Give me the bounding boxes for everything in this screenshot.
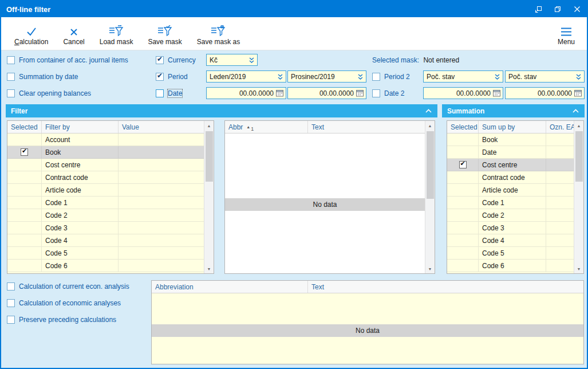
calculation-button[interactable]: Calculation	[7, 17, 56, 50]
calendar-icon[interactable]	[356, 89, 364, 97]
scroll-up-icon[interactable]	[204, 121, 214, 130]
filter-row-account[interactable]: Account	[7, 134, 204, 146]
date2-to-input[interactable]: 00.00.0000	[505, 87, 585, 99]
scrollbar-thumb[interactable]	[427, 131, 434, 199]
column-header-sum-up-by[interactable]: Sum up by	[479, 121, 546, 133]
summation-row-code-6[interactable]: Code 6	[447, 260, 574, 272]
close-button[interactable]	[567, 1, 587, 17]
abbr-scrollbar[interactable]	[425, 121, 435, 273]
summation-row-cost-centre[interactable]: Cost centre	[447, 159, 574, 171]
cancel-button[interactable]: Cancel	[56, 17, 92, 50]
row-selected-cell[interactable]	[447, 171, 479, 184]
checkbox-date-2[interactable]: Date 2	[372, 89, 404, 98]
row-selected-cell[interactable]	[447, 146, 479, 159]
checkbox-box[interactable]	[156, 89, 164, 97]
filter-row-article-code[interactable]: Article code	[7, 184, 204, 197]
row-selected-cell[interactable]	[447, 159, 479, 171]
checkbox-preserve-preceding-calculations[interactable]: Preserve preceding calculations	[7, 315, 116, 324]
checkbox-period[interactable]: Period	[156, 72, 188, 81]
checkbox-box[interactable]	[156, 56, 164, 64]
checkbox-box[interactable]	[7, 73, 15, 81]
row-selected-cell[interactable]	[7, 146, 42, 159]
filter-section-header[interactable]: Filter	[6, 104, 437, 117]
checkbox-box[interactable]	[7, 282, 15, 291]
column-header-selected[interactable]: Selected	[447, 121, 479, 133]
checkbox-box[interactable]	[7, 89, 15, 97]
checkbox-period-2[interactable]: Period 2	[372, 72, 410, 81]
checkbox-summation-by-date[interactable]: Summation by date	[7, 72, 78, 81]
row-selected-cell[interactable]	[7, 247, 42, 260]
currency-select[interactable]: Kč	[206, 54, 258, 66]
scroll-down-icon[interactable]	[425, 264, 435, 273]
load-mask-button[interactable]: Load mask	[92, 17, 141, 50]
checkbox-box[interactable]	[372, 73, 380, 81]
column-header-text[interactable]: Text	[308, 121, 425, 133]
checkbox-clear-opening-balances[interactable]: Clear opening balances	[7, 89, 91, 98]
dropdown-chevron-icon[interactable]	[357, 73, 364, 80]
filter-scrollbar[interactable]	[204, 121, 214, 273]
row-selected-cell[interactable]	[7, 234, 42, 247]
row-selected-cell[interactable]	[7, 222, 42, 234]
column-header-abbr[interactable]: Abbr1	[225, 121, 308, 133]
row-selected-cell[interactable]	[447, 222, 479, 234]
calendar-icon[interactable]	[276, 89, 283, 97]
summation-row-contract-code[interactable]: Contract code	[447, 171, 574, 184]
checkbox-calc-current-econ-analysis[interactable]: Calculation of current econ. analysis	[7, 282, 129, 291]
checkbox-box[interactable]	[7, 56, 15, 64]
row-selected-cell[interactable]	[7, 134, 42, 146]
row-selected-cell[interactable]	[7, 197, 42, 209]
row-selected-cell[interactable]	[7, 171, 42, 184]
summation-row-code-4[interactable]: Code 4	[447, 234, 574, 247]
scrollbar-track[interactable]	[204, 130, 214, 264]
save-mask-button[interactable]: Save mask	[140, 17, 189, 50]
date-from-input[interactable]: 00.00.0000	[206, 87, 286, 99]
period-from-select[interactable]: Leden/2019	[206, 70, 286, 83]
row-selected-cell[interactable]	[447, 209, 479, 222]
save-mask-as-button[interactable]: Save mask as	[190, 17, 247, 50]
row-selected-cell[interactable]	[447, 234, 479, 247]
summation-section-header[interactable]: Summation	[442, 104, 585, 117]
date2-from-input[interactable]: 00.00.0000	[423, 87, 503, 99]
summation-row-code-5[interactable]: Code 5	[447, 247, 574, 260]
summation-scrollbar[interactable]	[574, 121, 583, 273]
filter-row-code-4[interactable]: Code 4	[7, 234, 204, 247]
column-header-selected[interactable]: Selected	[7, 121, 42, 133]
scroll-down-icon[interactable]	[204, 264, 214, 273]
row-selected-cell[interactable]	[447, 134, 479, 146]
filter-row-code-2[interactable]: Code 2	[7, 209, 204, 222]
checkbox-currency[interactable]: Currency	[156, 56, 196, 65]
scrollbar-thumb[interactable]	[575, 131, 583, 182]
checkbox-date[interactable]: Date	[156, 89, 182, 98]
period2-to-select[interactable]: Poč. stav	[505, 70, 585, 83]
summation-row-code-1[interactable]: Code 1	[447, 197, 574, 209]
row-selected-cell[interactable]	[7, 184, 42, 197]
scrollbar-track[interactable]	[574, 130, 583, 264]
filter-row-code-6[interactable]: Code 6	[7, 260, 204, 272]
scroll-down-icon[interactable]	[574, 264, 583, 273]
summation-row-date[interactable]: Date	[447, 146, 574, 159]
checkbox-box[interactable]	[7, 316, 15, 324]
summation-row-code-3[interactable]: Code 3	[447, 222, 574, 234]
filter-row-contract-code[interactable]: Contract code	[7, 171, 204, 184]
scrollbar-track[interactable]	[425, 130, 435, 264]
dropdown-chevron-icon[interactable]	[494, 73, 500, 80]
checkbox-box[interactable]	[156, 73, 164, 81]
scroll-up-icon[interactable]	[574, 121, 583, 130]
column-header-value[interactable]: Value	[119, 121, 204, 133]
column-header-filter-by[interactable]: Filter by	[42, 121, 119, 133]
collapse-up-icon[interactable]	[572, 108, 579, 113]
titlebar[interactable]: Off-line filter	[1, 1, 587, 17]
menu-button[interactable]: Menu	[550, 17, 582, 50]
row-checkbox-checked[interactable]	[21, 148, 28, 156]
calendar-icon[interactable]	[493, 89, 500, 97]
checkbox-box[interactable]	[372, 89, 380, 97]
collapse-up-icon[interactable]	[425, 108, 432, 113]
summation-row-book[interactable]: Book	[447, 134, 574, 146]
filter-row-book[interactable]: Book	[7, 146, 204, 159]
filter-row-code-5[interactable]: Code 5	[7, 247, 204, 260]
column-header-ozn-ea[interactable]: Ozn. EA	[546, 121, 574, 133]
checkbox-from-container[interactable]: From container of acc. journal items	[7, 56, 128, 65]
period2-from-select[interactable]: Poč. stav	[423, 70, 503, 83]
row-selected-cell[interactable]	[447, 197, 479, 209]
date-to-input[interactable]: 00.00.0000	[287, 87, 366, 99]
